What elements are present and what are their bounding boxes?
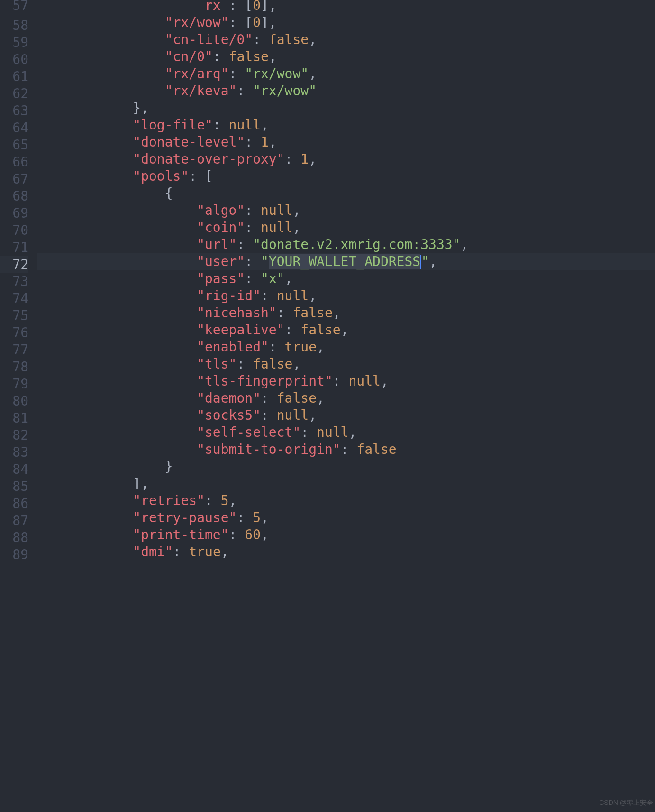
code-line[interactable]: } xyxy=(37,458,655,475)
line-number: 70 xyxy=(0,222,28,239)
code-line[interactable]: "socks5": null, xyxy=(37,407,655,424)
code-line[interactable]: "donate-over-proxy": 1, xyxy=(37,151,655,168)
line-number: 78 xyxy=(0,359,28,376)
line-number: 76 xyxy=(0,324,28,341)
code-line[interactable]: "enabled": true, xyxy=(37,339,655,356)
line-number: 72 xyxy=(0,256,28,273)
line-number: 68 xyxy=(0,188,28,205)
line-number: 61 xyxy=(0,68,28,85)
code-line[interactable]: "nicehash": false, xyxy=(37,304,655,322)
line-number: 60 xyxy=(0,51,28,68)
line-number: 86 xyxy=(0,495,28,512)
code-line[interactable]: "rx/wow": [0], xyxy=(37,14,655,31)
code-line[interactable]: "pools": [ xyxy=(37,168,655,185)
line-number: 62 xyxy=(0,85,28,102)
line-number: 69 xyxy=(0,205,28,222)
code-line[interactable]: "rx/arq": "rx/wow", xyxy=(37,65,655,83)
code-line[interactable]: "submit-to-origin": false xyxy=(37,441,655,458)
line-number: 75 xyxy=(0,307,28,324)
line-number: 82 xyxy=(0,427,28,444)
code-line[interactable]: "dmi": true, xyxy=(37,544,655,561)
code-line[interactable]: "rig-id": null, xyxy=(37,287,655,304)
code-line[interactable]: "keepalive": false, xyxy=(37,322,655,339)
line-number: 88 xyxy=(0,529,28,546)
code-line[interactable]: "self-select": null, xyxy=(37,424,655,441)
line-number: 57 xyxy=(0,0,28,17)
line-number: 79 xyxy=(0,376,28,393)
line-number: 58 xyxy=(0,17,28,34)
code-line[interactable]: "pass": "x", xyxy=(37,270,655,287)
code-line[interactable]: "retries": 5, xyxy=(37,492,655,509)
line-number: 85 xyxy=(0,478,28,495)
line-number: 59 xyxy=(0,34,28,51)
code-line[interactable]: { xyxy=(37,185,655,202)
code-line[interactable]: "log-file": null, xyxy=(37,117,655,134)
code-line[interactable]: "daemon": false, xyxy=(37,390,655,407)
code-line[interactable]: rx : [0], xyxy=(37,0,655,14)
text-selection[interactable]: YOUR_WALLET_ADDRESS xyxy=(269,254,420,269)
line-number: 87 xyxy=(0,512,28,529)
line-number: 64 xyxy=(0,120,28,137)
code-line[interactable]: "tls": false, xyxy=(37,356,655,373)
line-number: 73 xyxy=(0,273,28,290)
code-line[interactable]: "rx/keva": "rx/wow" xyxy=(37,83,655,100)
code-line[interactable]: "retry-pause": 5, xyxy=(37,509,655,526)
code-line[interactable]: "url": "donate.v2.xmrig.com:3333", xyxy=(37,236,655,253)
code-editor[interactable]: 5758596061626364656667686970717273747576… xyxy=(0,0,655,812)
line-number: 63 xyxy=(0,102,28,120)
code-line[interactable]: "algo": null, xyxy=(37,202,655,219)
line-number: 74 xyxy=(0,290,28,307)
code-line[interactable]: "user": "YOUR_WALLET_ADDRESS", xyxy=(37,253,655,270)
line-number: 83 xyxy=(0,444,28,461)
code-line[interactable]: "cn/0": false, xyxy=(37,48,655,65)
line-number: 66 xyxy=(0,154,28,171)
code-line[interactable]: "cn-lite/0": false, xyxy=(37,31,655,48)
line-number: 89 xyxy=(0,546,28,563)
line-number: 77 xyxy=(0,341,28,359)
line-number: 67 xyxy=(0,171,28,188)
code-line[interactable]: ], xyxy=(37,475,655,492)
line-number: 71 xyxy=(0,239,28,256)
code-content[interactable]: rx : [0], "rx/wow": [0], "cn-lite/0": fa… xyxy=(37,0,655,812)
code-line[interactable]: "tls-fingerprint": null, xyxy=(37,373,655,390)
code-line[interactable]: }, xyxy=(37,100,655,117)
line-number: 81 xyxy=(0,410,28,427)
code-line[interactable]: "donate-level": 1, xyxy=(37,134,655,151)
line-number: 84 xyxy=(0,461,28,478)
code-line[interactable]: "coin": null, xyxy=(37,219,655,236)
line-number-gutter: 5758596061626364656667686970717273747576… xyxy=(0,0,37,812)
line-number: 65 xyxy=(0,137,28,154)
line-number: 80 xyxy=(0,393,28,410)
code-line[interactable]: "print-time": 60, xyxy=(37,526,655,544)
